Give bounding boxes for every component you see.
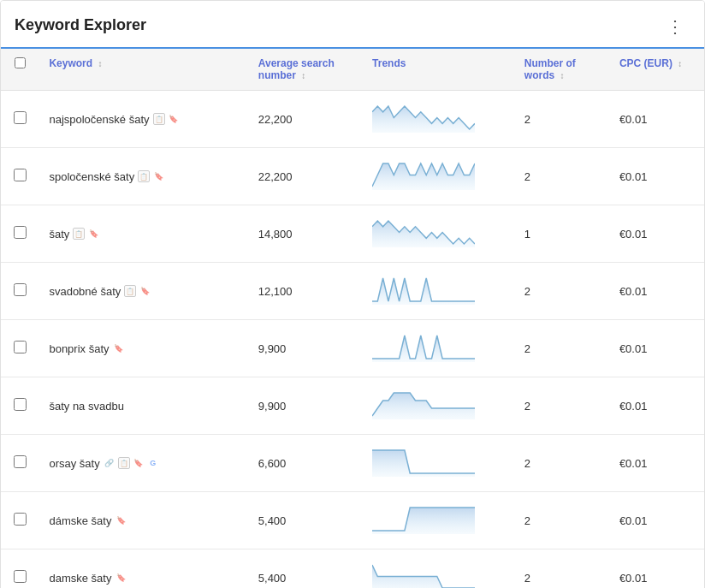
keyword-icons: 📋🔖 — [73, 228, 99, 240]
keyword-cell: bonprix šaty 🔖 — [39, 320, 247, 377]
num-words-cell: 2 — [514, 435, 609, 492]
cpc-cell: €0.01 — [609, 205, 704, 263]
avg-search-value: 22,200 — [258, 170, 293, 183]
bookmark-icon: 🔖 — [113, 342, 125, 354]
table-row: dámske šaty 🔖5,400 2€0.01 — [1, 492, 704, 549]
table-row: orsay šaty 🔗📋🔖G6,600 2€0.01 — [1, 435, 704, 492]
avg-search-value: 12,100 — [258, 285, 293, 298]
bookmark-icon: 🔖 — [87, 228, 99, 240]
row-checkbox[interactable] — [14, 570, 27, 583]
avg-search-cell: 5,400 — [248, 549, 362, 589]
col-header-trends: Trends — [362, 49, 514, 91]
row-checkbox-cell — [1, 377, 39, 435]
avg-search-cell: 22,200 — [248, 148, 362, 205]
col-header-avg-search[interactable]: Average search number ↕ — [248, 49, 362, 91]
cpc-value: €0.01 — [619, 572, 648, 585]
doc-icon: 📋 — [124, 285, 136, 297]
row-checkbox[interactable] — [14, 341, 27, 353]
num-words-cell: 2 — [514, 320, 609, 377]
cpc-cell: €0.01 — [609, 263, 704, 320]
num-words-value: 2 — [524, 170, 530, 183]
header: Keyword Explorer ⋮ — [1, 1, 704, 49]
keyword-icons: 🔖 — [115, 572, 127, 584]
bookmark-icon: 🔖 — [133, 457, 145, 469]
row-checkbox-cell — [1, 320, 39, 377]
num-words-cell: 2 — [514, 263, 609, 320]
avg-search-cell: 12,100 — [248, 263, 362, 320]
row-checkbox-cell — [1, 148, 39, 205]
trends-cell — [362, 549, 514, 589]
avg-search-cell: 6,600 — [248, 435, 362, 492]
num-words-value: 2 — [524, 342, 530, 355]
avg-search-value: 6,600 — [258, 457, 287, 470]
menu-button[interactable]: ⋮ — [660, 13, 690, 40]
doc-icon: 📋 — [73, 228, 85, 240]
table-row: šaty na svadbu 9,900 2€0.01 — [1, 377, 704, 435]
keyword-cell: svadobné šaty 📋🔖 — [39, 263, 247, 320]
app-container: Keyword Explorer ⋮ Keyword ↕ Average sea… — [0, 0, 705, 588]
cpc-cell: €0.01 — [609, 435, 704, 492]
row-checkbox[interactable] — [14, 111, 27, 124]
cpc-cell: €0.01 — [609, 148, 704, 205]
row-checkbox[interactable] — [14, 283, 27, 296]
avg-search-value: 5,400 — [258, 572, 287, 585]
trend-sparkline — [372, 275, 475, 305]
table-row: najspoločenské šaty 📋🔖22,200 2€0.01 — [1, 91, 704, 148]
keyword-text: svadobné šaty — [49, 285, 121, 298]
doc-icon: 📋 — [118, 457, 130, 469]
row-checkbox[interactable] — [14, 455, 27, 468]
keyword-text: dámske šaty — [49, 514, 111, 527]
num-words-cell: 2 — [514, 549, 609, 589]
row-checkbox-cell — [1, 435, 39, 492]
trends-cell — [362, 492, 514, 549]
col-header-keyword[interactable]: Keyword ↕ — [39, 49, 247, 91]
keyword-text: orsay šaty — [49, 457, 99, 470]
cpc-cell: €0.01 — [609, 549, 704, 589]
table-header-row: Keyword ↕ Average search number ↕ Trends… — [1, 49, 704, 91]
trend-sparkline — [372, 504, 475, 534]
link-icon: 🔗 — [104, 457, 116, 469]
keyword-icons: 📋🔖 — [153, 113, 180, 125]
cpc-value: €0.01 — [619, 228, 648, 241]
keyword-icons: 🔗📋🔖G — [104, 457, 159, 469]
row-checkbox[interactable] — [14, 513, 27, 526]
table-container: Keyword ↕ Average search number ↕ Trends… — [1, 49, 704, 588]
num-words-value: 2 — [524, 572, 530, 585]
sort-avg-icon: ↕ — [301, 71, 305, 80]
header-checkbox-cell — [1, 49, 39, 91]
cpc-value: €0.01 — [619, 170, 648, 183]
keyword-cell: najspoločenské šaty 📋🔖 — [39, 91, 247, 148]
keyword-text: damske šaty — [49, 572, 111, 585]
avg-search-value: 5,400 — [258, 514, 287, 527]
keyword-icons: 🔖 — [113, 342, 125, 354]
table-row: šaty 📋🔖14,800 1€0.01 — [1, 205, 704, 263]
trends-cell — [362, 320, 514, 377]
table-row: bonprix šaty 🔖9,900 2€0.01 — [1, 320, 704, 377]
trend-sparkline — [372, 332, 475, 362]
row-checkbox-cell — [1, 205, 39, 263]
sort-keyword-icon: ↕ — [98, 59, 102, 68]
trends-cell — [362, 377, 514, 435]
col-header-cpc[interactable]: CPC (EUR) ↕ — [609, 49, 704, 91]
cpc-value: €0.01 — [619, 457, 648, 470]
bookmark-icon: 🔖 — [152, 170, 164, 182]
table-row: damske šaty 🔖5,400 2€0.01 — [1, 549, 704, 589]
cpc-value: €0.01 — [619, 514, 648, 527]
num-words-cell: 2 — [514, 492, 609, 549]
row-checkbox[interactable] — [14, 169, 27, 181]
table-body: najspoločenské šaty 📋🔖22,200 2€0.01spolo… — [1, 91, 704, 589]
col-header-num-words[interactable]: Number of words ↕ — [514, 49, 609, 91]
row-checkbox[interactable] — [14, 398, 27, 411]
num-words-value: 2 — [524, 514, 530, 527]
keyword-icons: 🔖 — [115, 514, 127, 526]
keyword-text: bonprix šaty — [49, 342, 109, 355]
row-checkbox[interactable] — [14, 226, 27, 239]
cpc-value: €0.01 — [619, 400, 648, 413]
trend-sparkline — [372, 217, 475, 247]
keyword-cell: šaty 📋🔖 — [39, 205, 247, 263]
keyword-text: spoločenské šaty — [49, 170, 134, 183]
bookmark-icon: 🔖 — [115, 572, 127, 584]
num-words-cell: 2 — [514, 377, 609, 435]
select-all-checkbox[interactable] — [15, 57, 26, 68]
avg-search-cell: 14,800 — [248, 205, 362, 263]
